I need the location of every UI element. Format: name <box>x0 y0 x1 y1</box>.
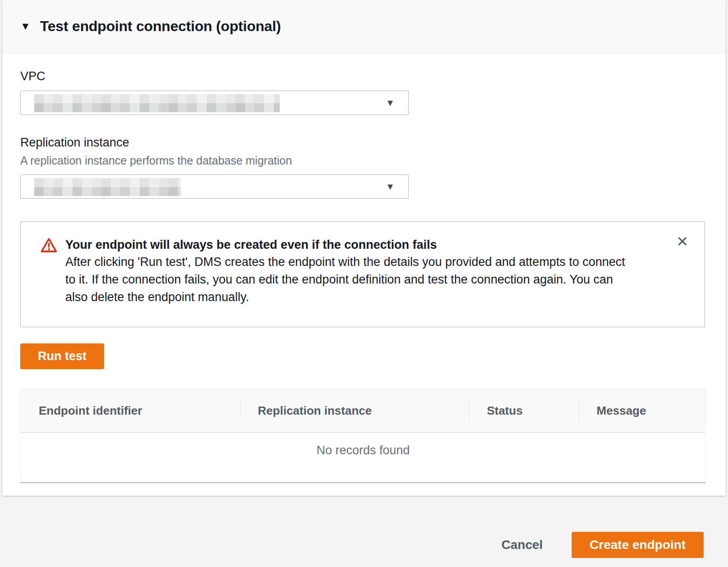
vpc-label: VPC <box>20 69 708 83</box>
chevron-down-icon: ▼ <box>386 98 395 107</box>
test-endpoint-connection-card: ▼ Test endpoint connection (optional) VP… <box>2 0 726 496</box>
replication-instance-selected-value-redacted <box>34 178 181 196</box>
close-icon[interactable]: ✕ <box>674 233 690 251</box>
vpc-selected-value-redacted <box>34 94 280 112</box>
column-header-replication-instance: Replication instance <box>240 389 469 432</box>
warning-alert-text: Your endpoint will always be created eve… <box>65 236 625 306</box>
warning-alert-body-line: also delete the endpoint manually. <box>65 288 625 306</box>
section-title: Test endpoint connection (optional) <box>40 18 281 35</box>
replication-instance-description: A replication instance performs the data… <box>20 154 708 167</box>
test-results-table: Endpoint identifier Replication instance… <box>20 389 706 483</box>
warning-triangle-icon <box>41 238 57 255</box>
replication-instance-select[interactable]: ▼ <box>20 174 409 199</box>
empty-state-text: No records found <box>21 433 705 457</box>
run-test-button[interactable]: Run test <box>20 343 104 369</box>
chevron-down-icon: ▼ <box>386 182 395 191</box>
section-collapse-caret-icon[interactable]: ▼ <box>20 21 31 32</box>
warning-alert-body-line: to it. If the connection fails, you can … <box>65 271 625 288</box>
table-body: No records found <box>21 433 705 482</box>
create-endpoint-button[interactable]: Create endpoint <box>572 532 704 558</box>
warning-alert-title: Your endpoint will always be created eve… <box>65 236 625 253</box>
form-footer-actions: Cancel Create endpoint <box>500 532 704 558</box>
vpc-select[interactable]: ▼ <box>20 91 409 115</box>
warning-alert: Your endpoint will always be created eve… <box>20 221 705 327</box>
column-header-message: Message <box>578 389 705 432</box>
section-body: VPC ▼ Replication instance A replication… <box>2 69 726 483</box>
table-header-row: Endpoint identifier Replication instance… <box>21 389 705 433</box>
replication-instance-label: Replication instance <box>20 136 708 150</box>
column-header-status: Status <box>469 389 579 432</box>
cancel-button[interactable]: Cancel <box>500 534 545 556</box>
expandable-section-header[interactable]: ▼ Test endpoint connection (optional) <box>2 0 726 53</box>
column-header-endpoint-identifier: Endpoint identifier <box>21 389 240 432</box>
warning-alert-body-line: After clicking 'Run test', DMS creates t… <box>65 253 625 271</box>
